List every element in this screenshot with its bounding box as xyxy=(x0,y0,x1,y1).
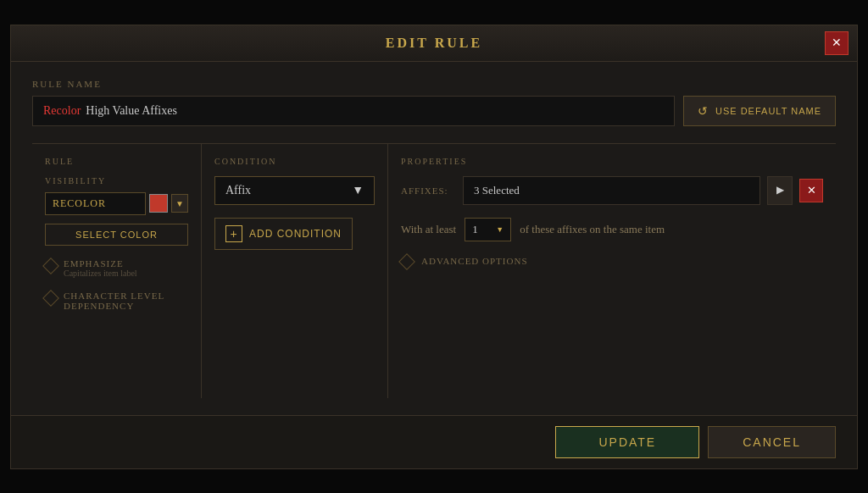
modal-footer: UPDATE CANCEL xyxy=(11,415,857,468)
char-level-row: CHARACTER LEVEL DEPENDENCY xyxy=(45,291,188,311)
condition-label: CONDITION xyxy=(214,157,375,166)
add-condition-button[interactable]: + ADD CONDITION xyxy=(214,218,353,250)
dropdown-arrow-btn[interactable]: ▼ xyxy=(171,194,188,213)
modal-header: EDIT RULE ✕ xyxy=(11,25,857,62)
affixes-label: AFFIXES: xyxy=(401,186,456,196)
advanced-options-row: ADVANCED OPTIONS xyxy=(401,254,823,268)
properties-panel: PROPERTIES AFFIXES: 3 Selected ▶ ✕ xyxy=(388,144,836,398)
number-select[interactable]: 1 ▼ xyxy=(465,218,511,241)
emphasize-sublabel: Capitalizes item label xyxy=(64,269,137,278)
visibility-row: RECOLOR ▼ xyxy=(45,192,188,215)
visibility-select[interactable]: RECOLOR xyxy=(45,192,146,215)
use-default-button[interactable]: ↺ USE DEFAULT NAME xyxy=(683,96,836,126)
with-at-least-suffix: of these affixes on the same item xyxy=(520,223,665,236)
rule-name-value: High Value Affixes xyxy=(86,104,177,118)
affixes-input[interactable]: 3 Selected xyxy=(463,176,760,205)
rule-name-row: Recolor High Value Affixes ↺ USE DEFAULT… xyxy=(32,96,836,126)
edit-rule-modal: EDIT RULE ✕ RULE NAME Recolor High Value… xyxy=(10,25,858,469)
advanced-options-label: ADVANCED OPTIONS xyxy=(421,256,528,266)
affixes-arrow-button[interactable]: ▶ xyxy=(767,176,793,205)
modal-title: EDIT RULE xyxy=(386,36,482,51)
plus-icon: + xyxy=(225,225,242,242)
char-level-label: CHARACTER LEVEL DEPENDENCY xyxy=(64,291,188,311)
select-color-button[interactable]: SELECT COLOR xyxy=(45,224,188,246)
modal-body: RULE NAME Recolor High Value Affixes ↺ U… xyxy=(11,62,857,415)
refresh-icon: ↺ xyxy=(698,104,709,118)
main-content: RULE VISIBILITY RECOLOR ▼ SELECT COLOR xyxy=(32,143,836,398)
modal-overlay: EDIT RULE ✕ RULE NAME Recolor High Value… xyxy=(0,0,868,493)
visibility-label: VISIBILITY xyxy=(45,176,188,186)
rule-section-label: RULE xyxy=(45,157,188,166)
emphasize-label: EMPHASIZE xyxy=(64,258,137,269)
rule-name-display[interactable]: Recolor High Value Affixes xyxy=(32,96,675,126)
with-at-least-prefix: With at least xyxy=(401,223,456,236)
affixes-x-icon: ✕ xyxy=(807,184,816,197)
close-button[interactable]: ✕ xyxy=(825,31,849,55)
properties-label: PROPERTIES xyxy=(401,157,823,166)
chevron-down-icon: ▼ xyxy=(175,199,184,208)
affixes-clear-button[interactable]: ✕ xyxy=(799,179,823,202)
diamond-icon xyxy=(42,258,59,274)
affixes-arrow-icon: ▶ xyxy=(776,184,784,197)
rule-name-label: RULE NAME xyxy=(32,79,836,89)
emphasize-row: EMPHASIZE Capitalizes item label xyxy=(45,258,188,278)
emphasize-text-block: EMPHASIZE Capitalizes item label xyxy=(64,258,137,278)
condition-chevron-icon: ▼ xyxy=(352,184,364,197)
affixes-row: AFFIXES: 3 Selected ▶ ✕ xyxy=(401,176,823,205)
char-level-diamond-icon xyxy=(42,290,59,307)
condition-select[interactable]: Affix ▼ xyxy=(214,176,375,205)
sidebar: RULE VISIBILITY RECOLOR ▼ SELECT COLOR xyxy=(32,144,202,398)
update-button[interactable]: UPDATE xyxy=(555,426,699,458)
advanced-diamond-icon xyxy=(398,253,415,270)
rule-name-prefix: Recolor xyxy=(43,104,81,118)
with-at-least-row: With at least 1 ▼ of these affixes on th… xyxy=(401,218,823,241)
number-chevron-icon: ▼ xyxy=(496,225,504,234)
color-swatch[interactable] xyxy=(149,194,168,213)
condition-panel: CONDITION Affix ▼ + ADD CONDITION xyxy=(202,144,388,398)
cancel-button[interactable]: CANCEL xyxy=(708,426,836,458)
